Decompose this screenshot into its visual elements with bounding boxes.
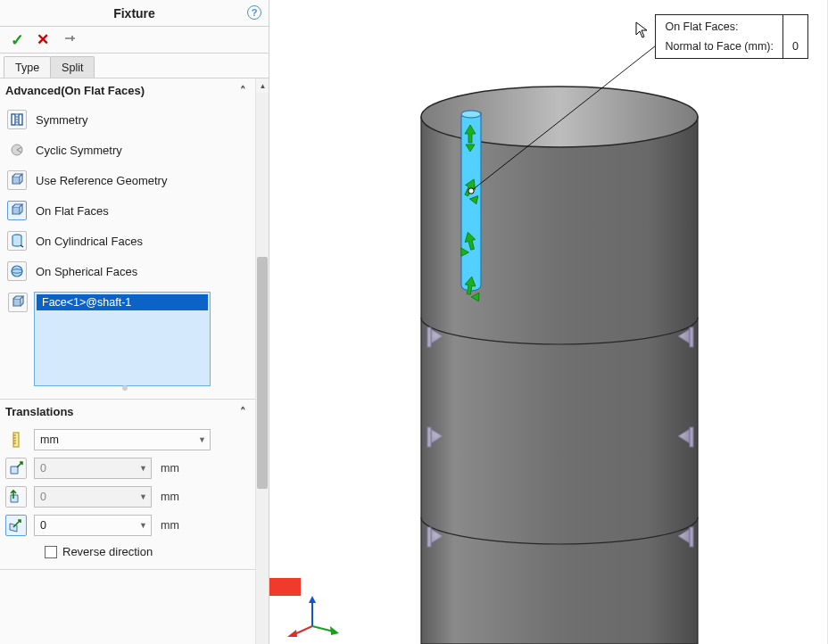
svg-point-12 — [468, 188, 474, 194]
scroll-up-icon[interactable]: ▲ — [256, 78, 269, 93]
section-translations: Translations ˄ mm ▼ — [0, 400, 255, 570]
reverse-direction-row[interactable]: Reverse direction — [45, 545, 250, 558]
tab-type[interactable]: Type — [4, 56, 51, 78]
reverse-direction-label: Reverse direction — [62, 545, 153, 558]
svg-rect-7 — [13, 433, 19, 447]
direction2-value: 0 — [40, 491, 46, 503]
option-cyclic-label: Cyclic Symmetry — [36, 144, 122, 157]
unit-select[interactable]: mm ▼ — [34, 429, 211, 450]
normal-to-face-icon[interactable] — [5, 515, 27, 536]
option-cyclic-symmetry[interactable]: Cyclic Symmetry — [5, 135, 250, 165]
chevron-down-icon: ▼ — [139, 464, 147, 473]
normal-unit: mm — [161, 519, 179, 532]
ruler-icon — [5, 429, 27, 450]
cylindrical-faces-icon — [7, 231, 27, 251]
direction2-icon[interactable] — [5, 486, 27, 508]
callout-value[interactable]: 0 — [782, 15, 807, 58]
confirm-row: ✓ ✕ — [0, 27, 269, 54]
callout-box[interactable]: On Flat Faces: Normal to Face (mm): 0 — [655, 14, 808, 59]
normal-row: 0 ▼ mm — [5, 511, 250, 540]
direction1-icon[interactable] — [5, 458, 27, 479]
unit-row: mm ▼ — [5, 425, 250, 454]
help-icon[interactable]: ? — [247, 5, 261, 20]
svg-rect-17 — [690, 427, 693, 447]
cancel-button[interactable]: ✕ — [37, 30, 49, 49]
svg-rect-14 — [427, 427, 431, 447]
callout-line2-label: Normal to Face (mm): — [665, 40, 774, 53]
cursor-icon — [635, 21, 650, 39]
scroll-thumb[interactable] — [257, 257, 268, 489]
chevron-down-icon: ▼ — [139, 521, 147, 530]
panel-title: Fixture — [113, 6, 155, 21]
option-use-reference-geometry[interactable]: Use Reference Geometry — [5, 165, 250, 195]
svg-rect-2 — [19, 114, 22, 125]
ok-button[interactable]: ✓ — [11, 30, 24, 50]
callout-line1: On Flat Faces: — [665, 21, 774, 33]
svg-point-10 — [461, 111, 481, 118]
section-advanced-title: Advanced(On Flat Faces) — [5, 84, 145, 97]
svg-marker-22 — [287, 630, 297, 637]
svg-point-5 — [12, 266, 22, 277]
reverse-direction-checkbox[interactable] — [45, 546, 57, 558]
option-symmetry[interactable]: Symmetry — [5, 104, 250, 135]
option-symmetry-label: Symmetry — [36, 113, 88, 127]
svg-marker-20 — [309, 596, 316, 603]
tab-split[interactable]: Split — [50, 56, 95, 78]
section-translations-header[interactable]: Translations ˄ — [0, 400, 255, 424]
chevron-down-icon: ▼ — [139, 492, 147, 501]
panel-header: Fixture ? — [0, 0, 269, 27]
normal-input[interactable]: 0 ▼ — [34, 515, 152, 536]
section-advanced-header[interactable]: Advanced(On Flat Faces) ˄ — [0, 78, 255, 103]
direction1-value: 0 — [40, 462, 46, 475]
direction2-row: 0 ▼ mm — [5, 483, 250, 511]
option-refgeom-label: Use Reference Geometry — [36, 174, 167, 187]
model-render — [269, 0, 828, 644]
graphics-viewport[interactable]: On Flat Faces: Normal to Face (mm): 0 — [269, 0, 828, 644]
resize-handle-icon[interactable] — [122, 385, 128, 391]
svg-rect-16 — [690, 327, 693, 347]
option-on-cylindrical-faces[interactable]: On Cylindrical Faces — [5, 226, 250, 256]
direction2-unit: mm — [161, 491, 179, 503]
direction1-unit: mm — [161, 462, 179, 475]
option-on-flat-faces[interactable]: On Flat Faces — [5, 195, 250, 226]
spherical-faces-icon — [7, 261, 27, 281]
cyclic-symmetry-icon — [7, 140, 27, 160]
scrollbar[interactable]: ▲ — [255, 78, 269, 644]
direction1-row: 0 ▼ mm — [5, 454, 250, 483]
selection-list[interactable]: Face<1>@shaft-1 — [34, 292, 211, 386]
selection-item[interactable]: Face<1>@shaft-1 — [37, 294, 208, 310]
tabs: Type Split — [0, 54, 269, 78]
svg-rect-13 — [427, 327, 431, 347]
direction1-input[interactable]: 0 ▼ — [34, 458, 152, 479]
svg-rect-0 — [12, 114, 15, 125]
collapse-icon: ˄ — [240, 405, 246, 418]
svg-rect-18 — [690, 527, 693, 547]
option-flat-label: On Flat Faces — [36, 204, 109, 218]
svg-marker-24 — [330, 626, 339, 635]
reference-geometry-icon — [7, 170, 27, 190]
chevron-down-icon: ▼ — [198, 435, 206, 444]
option-cyl-label: On Cylindrical Faces — [36, 235, 143, 248]
svg-rect-15 — [427, 527, 431, 547]
collapse-icon: ˄ — [240, 84, 246, 97]
view-triad[interactable] — [287, 596, 341, 637]
selection-filter-icon[interactable] — [8, 293, 28, 312]
section-advanced: Advanced(On Flat Faces) ˄ Symmetry — [0, 78, 255, 400]
flat-faces-icon — [7, 201, 27, 220]
unit-select-value: mm — [40, 433, 59, 446]
normal-value: 0 — [40, 519, 46, 532]
symmetry-icon — [7, 110, 27, 129]
fixture-property-panel: Fixture ? ✓ ✕ Type Split ▲ Advanced( — [0, 0, 269, 644]
option-sph-label: On Spherical Faces — [36, 265, 137, 278]
pin-button[interactable] — [62, 30, 78, 49]
direction2-input[interactable]: 0 ▼ — [34, 486, 152, 508]
option-on-spherical-faces[interactable]: On Spherical Faces — [5, 256, 250, 286]
section-translations-title: Translations — [5, 405, 74, 418]
